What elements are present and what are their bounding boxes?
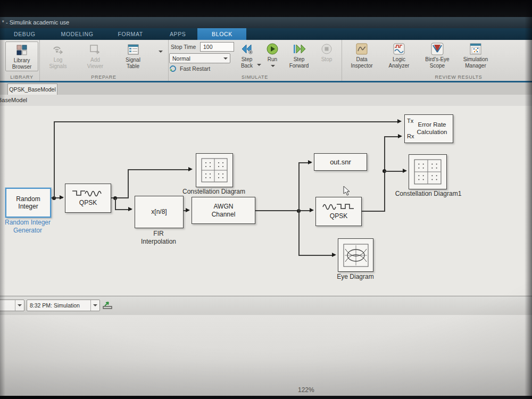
- constellation-diagram1-icon: [414, 159, 442, 185]
- block-constellation-diagram-label[interactable]: Constellation Diagram: [169, 188, 259, 196]
- birdseye-scope-icon: [431, 43, 444, 55]
- wire[interactable]: [298, 211, 300, 256]
- status-left-select[interactable]: [0, 300, 24, 311]
- wire-arrow: [310, 208, 314, 212]
- wire[interactable]: [384, 136, 385, 212]
- wire-arrow: [308, 160, 312, 164]
- wire[interactable]: [54, 121, 400, 122]
- block-eye-diagram-label[interactable]: Eye Diagram: [318, 273, 393, 281]
- signal-table-button[interactable]: Signal Table: [118, 43, 148, 69]
- block-constellation-diagram1[interactable]: [409, 154, 447, 189]
- wire-arrow: [332, 253, 336, 257]
- sim-status-select[interactable]: 8:32 PM: Simulation: [27, 300, 100, 311]
- open-report-button[interactable]: [102, 300, 113, 310]
- signal-table-label: Signal Table: [126, 57, 140, 69]
- review-group-label: REVIEW RESULTS: [384, 74, 532, 80]
- model-tab[interactable]: QPSK_BaseModel: [7, 84, 57, 95]
- tab-block[interactable]: BLOCK: [197, 28, 246, 40]
- wire[interactable]: [128, 169, 129, 198]
- wire[interactable]: [298, 162, 300, 211]
- logic-analyzer-label: Logic Analyzer: [389, 56, 410, 69]
- simulation-manager-icon: [470, 43, 481, 55]
- block-qpsk-modulator-text: QPSK: [79, 199, 97, 206]
- tab-apps[interactable]: APPS: [163, 28, 193, 40]
- wire[interactable]: [362, 211, 385, 212]
- library-group-label: LIBRARY: [4, 74, 39, 80]
- fast-restart-icon: [170, 65, 177, 72]
- block-awgn-channel[interactable]: AWGN Channel: [192, 197, 255, 224]
- wire[interactable]: [298, 255, 335, 256]
- wire[interactable]: [115, 198, 116, 210]
- tab-debug[interactable]: DEBUG: [7, 28, 42, 40]
- step-forward-button[interactable]: Step Forward: [286, 43, 312, 69]
- simulation-manager-button[interactable]: Simulation Manager: [459, 43, 493, 69]
- qpsk-modulator-waveform-icon: [72, 189, 105, 197]
- library-browser-icon: [16, 44, 27, 56]
- qpsk-demodulator-waveform-icon: [322, 203, 355, 211]
- wire-arrow: [128, 207, 132, 211]
- birdseye-scope-button[interactable]: Bird's-Eye Scope: [420, 43, 454, 69]
- log-signals-icon: [52, 43, 64, 56]
- window-title: el * - Simulink academic use: [0, 17, 69, 28]
- monitor-bezel-top: [0, 0, 532, 17]
- step-forward-icon: [292, 43, 306, 55]
- run-arrow: [271, 65, 275, 67]
- wire-arrow: [397, 119, 402, 123]
- run-label: Run: [268, 56, 277, 63]
- add-viewer-button: Add Viewer: [81, 43, 110, 69]
- ribbon: Library Browser LIBRARY Log Signals: [0, 40, 532, 81]
- block-random-integer-text: Random Integer: [16, 195, 40, 211]
- run-icon: [266, 43, 279, 55]
- tab-modeling[interactable]: MODELING: [55, 28, 100, 40]
- prepare-overflow-arrow[interactable]: [159, 51, 163, 53]
- block-qpsk-modulator[interactable]: QPSK: [65, 184, 111, 213]
- simulate-group-label: SIMULATE: [168, 74, 342, 80]
- birdseye-scope-label: Bird's-Eye Scope: [425, 56, 449, 69]
- library-browser-button[interactable]: Library Browser: [5, 41, 38, 71]
- block-random-integer-label[interactable]: Random Integer Generator: [0, 219, 62, 235]
- wire[interactable]: [255, 210, 312, 211]
- block-fir-label[interactable]: FIR Interpolation: [124, 230, 193, 246]
- step-back-arrow: [257, 64, 261, 66]
- eye-diagram-icon: [343, 244, 369, 267]
- data-inspector-label: Data Inspector: [351, 56, 372, 69]
- block-qpsk-demodulator[interactable]: QPSK: [315, 197, 362, 226]
- block-out-snr[interactable]: out.snr: [314, 153, 367, 171]
- block-fir-interpolation[interactable]: x[n/8]: [135, 196, 184, 228]
- block-eye-diagram[interactable]: [338, 238, 373, 272]
- ribbon-group-prepare: Log Signals Add Viewer: [39, 40, 169, 81]
- ribbon-group-review: Data Inspector Logic Analyzer: [342, 40, 501, 81]
- title-bar: el * - Simulink academic use: [0, 17, 532, 28]
- breadcrumb-bar[interactable]: BaseModel: [0, 95, 532, 106]
- wire[interactable]: [54, 121, 55, 198]
- wire[interactable]: [384, 171, 405, 172]
- stop-time-input[interactable]: 100: [200, 42, 234, 52]
- block-constellation-diagram[interactable]: [196, 153, 233, 187]
- open-report-icon: [102, 300, 113, 310]
- step-back-button[interactable]: Step Back: [235, 43, 259, 69]
- stop-icon: [321, 43, 332, 55]
- run-button[interactable]: Run: [263, 43, 282, 63]
- ribbon-group-simulate: Stop Time 100 Normal Fast Restart: [168, 40, 342, 81]
- constellation-diagram-icon: [201, 158, 228, 182]
- data-inspector-button[interactable]: Data Inspector: [347, 43, 377, 69]
- add-viewer-icon: [89, 43, 102, 56]
- sim-mode-select[interactable]: Normal: [169, 53, 230, 63]
- fast-restart-toggle[interactable]: Fast Restart: [170, 65, 210, 72]
- logic-analyzer-button[interactable]: Logic Analyzer: [384, 43, 414, 69]
- sim-mode-arrow: [221, 54, 230, 63]
- simulink-window: el * - Simulink academic use DEBUG MODEL…: [0, 0, 532, 399]
- data-inspector-icon: [356, 43, 368, 55]
- step-back-label: Step Back: [241, 56, 253, 69]
- block-fir-text: x[n/8]: [151, 208, 167, 215]
- block-out-snr-text: out.snr: [330, 158, 351, 167]
- block-awgn-text: AWGN Channel: [212, 203, 236, 218]
- block-random-integer[interactable]: Random Integer: [5, 188, 51, 218]
- block-constellation-diagram1-label[interactable]: Constellation Diagram1: [372, 190, 484, 198]
- signal-table-icon: [128, 43, 139, 56]
- block-error-rate-calculation[interactable]: Tx Rx Error Rate Calculation: [404, 114, 453, 143]
- wire[interactable]: [128, 169, 190, 170]
- tab-format[interactable]: FORMAT: [112, 28, 149, 40]
- model-canvas[interactable]: Random Integer Random Integer Generator …: [0, 106, 532, 296]
- stop-label: Stop: [321, 56, 332, 63]
